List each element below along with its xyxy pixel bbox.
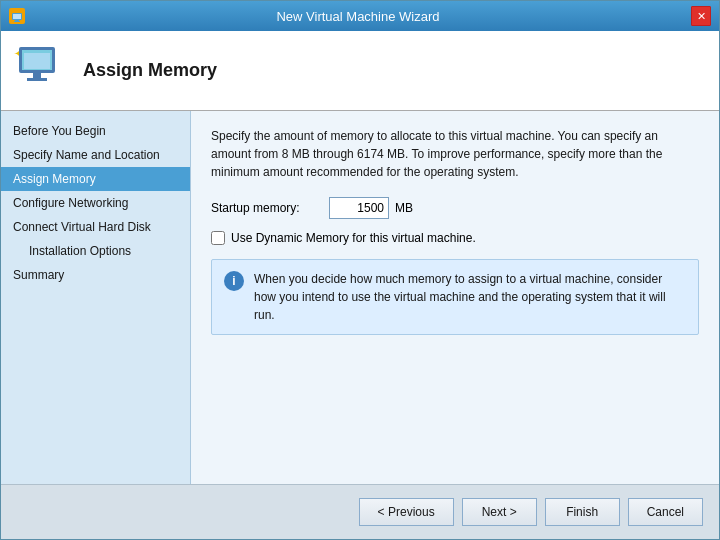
info-box: i When you decide how much memory to ass… (211, 259, 699, 335)
description-text: Specify the amount of memory to allocate… (211, 127, 699, 181)
header-icon: ✦ (17, 45, 69, 97)
sidebar-item-summary[interactable]: Summary (1, 263, 190, 287)
svg-rect-3 (14, 21, 20, 22)
mb-label: MB (395, 201, 413, 215)
finish-button[interactable]: Finish (545, 498, 620, 526)
main-window: New Virtual Machine Wizard ✕ ✦ Assign Me… (0, 0, 720, 540)
sidebar-item-specify-name[interactable]: Specify Name and Location (1, 143, 190, 167)
dynamic-memory-row: Use Dynamic Memory for this virtual mach… (211, 231, 699, 245)
header-title: Assign Memory (83, 60, 217, 81)
sidebar-item-before-you-begin[interactable]: Before You Begin (1, 119, 190, 143)
sidebar-item-connect-vhd[interactable]: Connect Virtual Hard Disk (1, 215, 190, 239)
sidebar-item-assign-memory[interactable]: Assign Memory (1, 167, 190, 191)
info-text: When you decide how much memory to assig… (254, 270, 686, 324)
info-icon: i (224, 271, 244, 291)
memory-row: Startup memory: MB (211, 197, 699, 219)
dynamic-memory-label[interactable]: Use Dynamic Memory for this virtual mach… (231, 231, 476, 245)
svg-rect-2 (15, 20, 19, 21)
sidebar: Before You Begin Specify Name and Locati… (1, 111, 191, 484)
close-button[interactable]: ✕ (691, 6, 711, 26)
main-panel: Specify the amount of memory to allocate… (191, 111, 719, 484)
content-area: Before You Begin Specify Name and Locati… (1, 111, 719, 484)
previous-button[interactable]: < Previous (359, 498, 454, 526)
sidebar-item-configure-networking[interactable]: Configure Networking (1, 191, 190, 215)
startup-memory-input[interactable] (329, 197, 389, 219)
sidebar-item-installation-options[interactable]: Installation Options (1, 239, 190, 263)
title-bar: New Virtual Machine Wizard ✕ (1, 1, 719, 31)
footer: < Previous Next > Finish Cancel (1, 484, 719, 539)
next-button[interactable]: Next > (462, 498, 537, 526)
app-icon (9, 8, 25, 24)
computer-icon (17, 45, 69, 97)
dynamic-memory-checkbox[interactable] (211, 231, 225, 245)
header-area: ✦ Assign Memory (1, 31, 719, 111)
window-title: New Virtual Machine Wizard (25, 9, 691, 24)
startup-memory-label: Startup memory: (211, 201, 321, 215)
svg-rect-1 (13, 14, 21, 19)
cancel-button[interactable]: Cancel (628, 498, 703, 526)
